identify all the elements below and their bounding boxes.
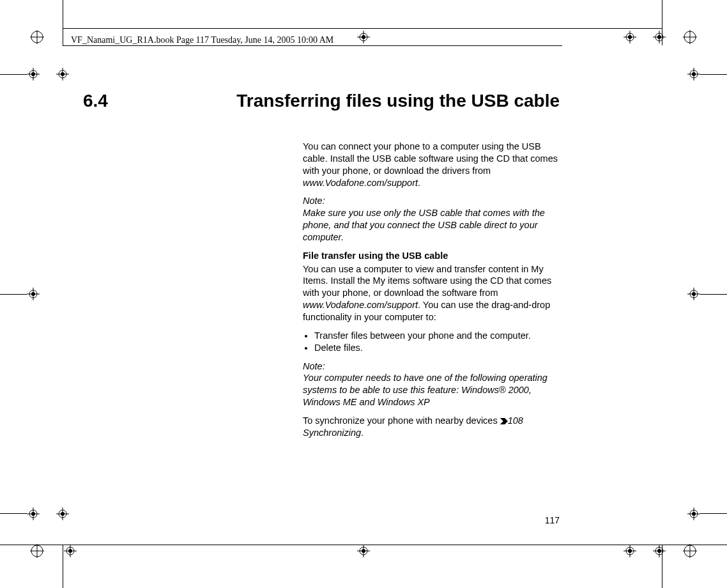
cropmark-icon [683,544,697,558]
register-icon [357,31,370,43]
subheading: File transfer using the USB cable [303,251,448,261]
arrow-right-icon [500,415,508,428]
bullet-list: Transfer files between your phone and th… [303,330,562,354]
body-content: You can connect your phone to a computer… [303,141,562,445]
register-icon [653,545,666,557]
register-icon [624,545,636,557]
text: You can use a computer to view and trans… [303,264,551,298]
note-text: Make sure you use only the USB cable tha… [303,208,545,242]
register-icon [56,68,69,81]
register-icon [687,507,700,520]
register-icon [27,68,40,81]
page-stamp: VF_Nanami_UG_R1A.book Page 117 Tuesday, … [71,35,333,45]
register-icon [27,288,40,300]
section-title: Transferring files using the USB cable [236,91,560,111]
sub-intro: You can use a computer to view and trans… [303,263,562,323]
note-1: Note: Make sure you use only the USB cab… [303,195,562,243]
note-label: Note: [303,196,325,206]
page-number: 117 [545,515,560,525]
register-icon [653,31,666,43]
register-icon [27,507,40,520]
url-text: www.Vodafone.com/support [303,300,418,310]
register-icon [357,545,370,557]
text: You can connect your phone to a computer… [303,141,558,176]
cropmark-icon [683,30,697,44]
register-icon [687,288,700,300]
cropmark-icon [30,30,44,44]
subheading-block: File transfer using the USB cable [303,250,562,262]
register-icon [687,68,700,81]
note-text: Your computer needs to have one of the f… [303,373,547,407]
svg-marker-73 [500,418,507,424]
register-icon [56,507,69,520]
text: . [361,428,364,438]
register-icon [64,545,77,557]
list-item: Delete files. [314,342,562,354]
register-icon [624,31,636,43]
intro-paragraph: You can connect your phone to a computer… [303,141,562,189]
sync-paragraph: To synchronize your phone with nearby de… [303,415,562,439]
note-2: Note: Your computer needs to have one of… [303,360,562,408]
text: . [418,178,420,188]
url-text: www.Vodafone.com/support [303,178,418,188]
cropmark-icon [30,544,44,558]
note-label: Note: [303,361,325,371]
text: To synchronize your phone with nearby de… [303,415,500,426]
list-item: Transfer files between your phone and th… [314,330,562,342]
section-number: 6.4 [83,91,108,111]
